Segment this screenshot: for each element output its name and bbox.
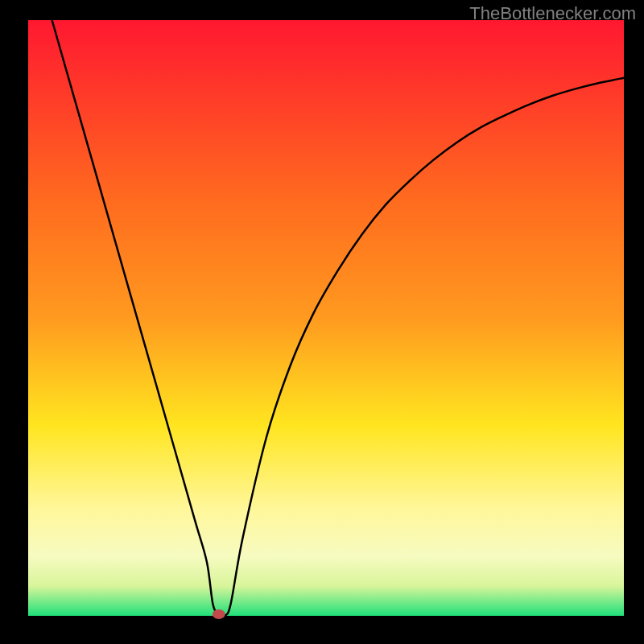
plot-area (28, 20, 624, 616)
bottleneck-chart (0, 0, 644, 644)
optimum-marker (213, 609, 225, 619)
chart-container: TheBottlenecker.com (0, 0, 644, 644)
watermark-text: TheBottlenecker.com (469, 3, 636, 24)
